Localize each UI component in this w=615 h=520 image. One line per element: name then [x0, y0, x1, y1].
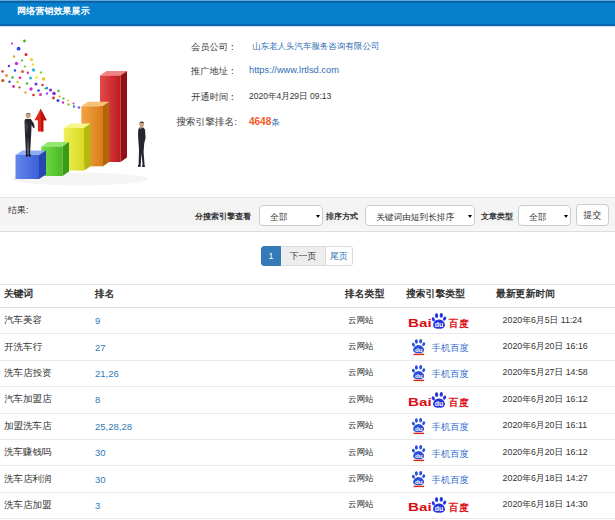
svg-text:手机百度: 手机百度 — [432, 474, 469, 485]
svg-text:百度: 百度 — [449, 397, 471, 408]
svg-text:du: du — [415, 478, 423, 485]
svg-text:du: du — [435, 321, 444, 328]
svg-text:du: du — [435, 505, 444, 512]
svg-text:手机百度: 手机百度 — [432, 342, 469, 353]
svg-text:du: du — [435, 400, 444, 407]
svg-text:Bai: Bai — [408, 316, 432, 329]
svg-text:Bai: Bai — [408, 501, 432, 514]
svg-text:du: du — [415, 451, 423, 458]
svg-text:du: du — [415, 372, 423, 379]
svg-text:Bai: Bai — [408, 395, 432, 408]
svg-text:du: du — [415, 425, 423, 432]
svg-text:百度: 百度 — [449, 318, 471, 329]
svg-text:手机百度: 手机百度 — [432, 421, 469, 432]
svg-text:百度: 百度 — [449, 502, 471, 513]
svg-text:手机百度: 手机百度 — [432, 369, 469, 380]
svg-text:du: du — [415, 346, 423, 353]
svg-text:手机百度: 手机百度 — [432, 448, 469, 459]
